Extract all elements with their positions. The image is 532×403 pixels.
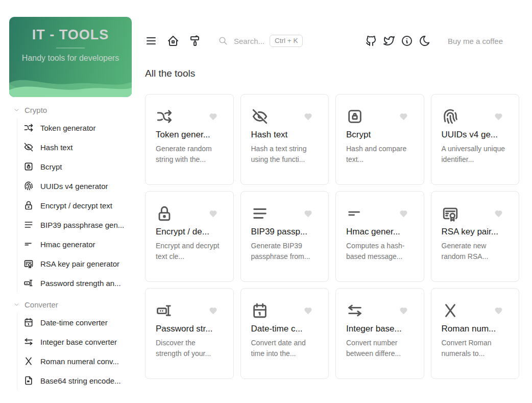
sidebar-section-header[interactable]: Crypto: [0, 102, 137, 118]
fingerprint-icon: [442, 108, 459, 125]
sidebar-item[interactable]: BIP39 passphrase gen...: [23, 215, 137, 234]
tool-card[interactable]: Roman num... Convert Roman numerals to..…: [431, 288, 520, 379]
favorite-heart-icon[interactable]: [494, 209, 503, 218]
arrows-left-right-icon: [23, 337, 34, 347]
tool-card-title: Roman num...: [442, 324, 509, 334]
tool-card[interactable]: Encrypt / de... Encrypt and decrypt text…: [145, 191, 234, 282]
paint-roller-icon[interactable]: [189, 35, 201, 47]
sidebar-item[interactable]: Hash text: [23, 137, 137, 157]
sidebar-item[interactable]: Encrypt / decrypt text: [23, 196, 137, 215]
tool-card-title: Encrypt / de...: [156, 227, 223, 237]
password-meter-icon: [23, 278, 34, 288]
menu-icon[interactable]: [145, 35, 157, 47]
tool-card-description: Hash a text string using the functi...: [251, 144, 319, 165]
tool-card-description: Discover the strength of your...: [156, 338, 223, 359]
align-left-icon: [23, 220, 34, 230]
favorite-heart-icon[interactable]: [399, 209, 408, 218]
favorite-heart-icon[interactable]: [494, 112, 503, 121]
letter-x-icon: [442, 302, 459, 319]
calendar-icon: [23, 317, 34, 327]
topbar-right: Buy me a coffee: [365, 35, 503, 47]
main-content: Search... Ctrl + K Buy me a coffee All t…: [137, 0, 532, 403]
certificate-icon: [23, 258, 34, 269]
tool-card[interactable]: BIP39 passp... Generate BIP39 passphrase…: [240, 191, 329, 282]
favorite-heart-icon[interactable]: [209, 209, 217, 218]
tool-card-description: Generate new random RSA...: [442, 241, 509, 262]
shuffle-icon: [156, 108, 173, 125]
short-lines-icon: [23, 239, 34, 249]
logo-divider: [56, 48, 85, 49]
tool-card-description: Convert date and time into the...: [251, 338, 319, 359]
favorite-heart-icon[interactable]: [399, 306, 408, 315]
tool-card-title: Hmac gener...: [346, 227, 414, 237]
sidebar-item[interactable]: Integer base converter: [23, 332, 137, 351]
sidebar-item[interactable]: Password strength an...: [23, 273, 137, 293]
sidebar-section-header[interactable]: Converter: [0, 297, 137, 313]
sidebar-item-label: Password strength an...: [40, 279, 121, 288]
sidebar-item[interactable]: Token generator: [23, 118, 137, 137]
lock-square-icon: [346, 108, 364, 125]
search-placeholder: Search...: [234, 37, 264, 45]
tool-card[interactable]: Integer base... Convert number between d…: [335, 288, 424, 379]
sidebar-section: Converter Date-time converter Integer ba…: [0, 297, 137, 390]
tool-card-title: RSA key pair...: [442, 227, 509, 237]
lock-square-icon: [23, 161, 34, 172]
sidebar-item[interactable]: Date-time converter: [23, 313, 137, 332]
sidebar-item[interactable]: RSA key pair generator: [23, 254, 137, 273]
certificate-icon: [442, 205, 459, 222]
twitter-icon[interactable]: [383, 35, 395, 47]
favorite-heart-icon[interactable]: [399, 112, 408, 121]
buy-me-a-coffee-link[interactable]: Buy me a coffee: [448, 37, 503, 45]
tool-card-description: Convert number between differe...: [346, 338, 414, 359]
tool-card[interactable]: UUIDs v4 ge... A universally unique iden…: [431, 94, 520, 185]
tool-card-description: Encrypt and decrypt text cle...: [156, 241, 223, 262]
sidebar-section: Crypto Token generator Hash text Bcrypt …: [0, 102, 137, 293]
sidebar-item[interactable]: UUIDs v4 generator: [23, 176, 137, 196]
logo-title: IT - TOOLS: [9, 17, 132, 43]
sidebar-item-label: Roman numeral conv...: [40, 357, 119, 366]
sidebar: IT - TOOLS Handy tools for developers Cr…: [0, 0, 137, 403]
favorite-heart-icon[interactable]: [494, 306, 503, 315]
search-shortcut-kbd: Ctrl + K: [270, 35, 303, 47]
search-input[interactable]: Search... Ctrl + K: [219, 35, 303, 47]
sidebar-item-label: Encrypt / decrypt text: [40, 201, 112, 210]
tool-card-title: Hash text: [251, 130, 319, 140]
sidebar-item[interactable]: Hmac generator: [23, 234, 137, 254]
topbar-left: Search... Ctrl + K: [145, 35, 303, 47]
github-icon[interactable]: [365, 35, 377, 47]
tool-card[interactable]: Token gener... Generate random string wi…: [145, 94, 234, 185]
tool-card[interactable]: Date-time c... Convert date and time int…: [240, 288, 329, 379]
tool-card-title: UUIDs v4 ge...: [442, 130, 509, 140]
moon-icon[interactable]: [419, 35, 431, 47]
lock-icon: [156, 205, 173, 222]
tool-card[interactable]: Bcrypt Hash and compare text...: [335, 94, 424, 185]
tool-card[interactable]: Hmac gener... Computes a hash-based mess…: [335, 191, 424, 282]
favorite-heart-icon[interactable]: [209, 306, 217, 315]
align-left-icon: [251, 205, 269, 222]
info-icon[interactable]: [401, 35, 413, 47]
search-icon: [219, 36, 228, 45]
favorite-heart-icon[interactable]: [304, 306, 312, 315]
sidebar-section-label: Converter: [25, 300, 58, 309]
sidebar-item[interactable]: Bcrypt: [23, 157, 137, 176]
tool-card[interactable]: Hash text Hash a text string using the f…: [240, 94, 329, 185]
tool-card[interactable]: Password str... Discover the strength of…: [145, 288, 234, 379]
logo[interactable]: IT - TOOLS Handy tools for developers: [9, 17, 132, 97]
favorite-heart-icon[interactable]: [209, 112, 217, 121]
tool-card-title: Date-time c...: [251, 324, 319, 334]
page-title: All the tools: [145, 68, 519, 79]
tool-card-description: Generate BIP39 passphrase from...: [251, 241, 319, 262]
sidebar-section-label: Crypto: [25, 106, 47, 114]
sidebar-item-label: UUIDs v4 generator: [40, 182, 108, 191]
sidebar-item[interactable]: Roman numeral conv...: [23, 351, 137, 371]
tool-card[interactable]: RSA key pair... Generate new random RSA.…: [431, 191, 520, 282]
chevron-down-icon: [13, 301, 20, 308]
sidebar-item-label: Date-time converter: [40, 318, 108, 327]
sidebar-item[interactable]: Base64 string encode...: [23, 371, 137, 390]
home-icon[interactable]: [167, 35, 179, 47]
fingerprint-icon: [23, 181, 34, 191]
favorite-heart-icon[interactable]: [304, 112, 312, 121]
sidebar-section-items: Token generator Hash text Bcrypt UUIDs v…: [17, 118, 137, 293]
favorite-heart-icon[interactable]: [304, 209, 312, 218]
sidebar-item-label: Token generator: [40, 124, 95, 132]
